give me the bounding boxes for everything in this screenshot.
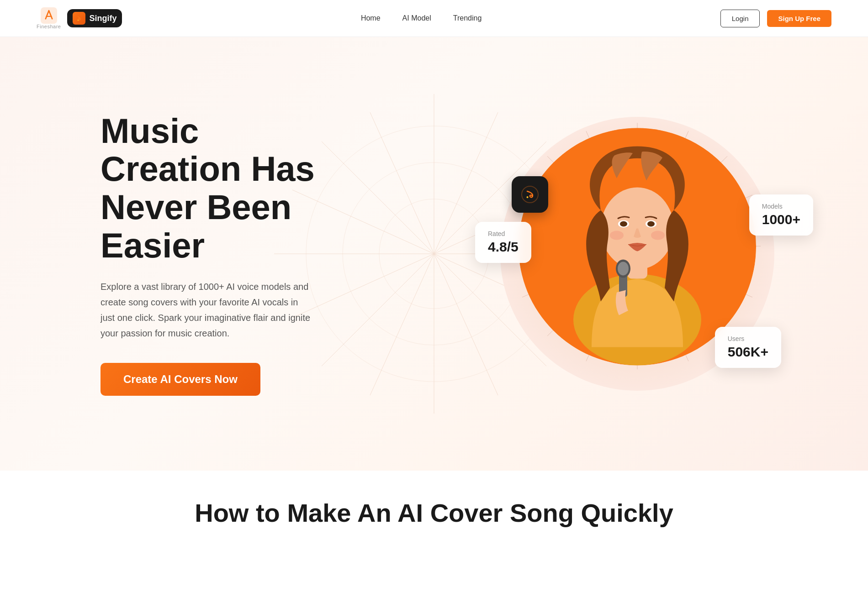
singify-logo-icon [73,12,85,25]
svg-line-9 [322,254,434,366]
hero-right: Rated 4.8/5 Models 1000+ Users 506K+ [489,94,786,414]
fineshare-label: Fineshare [37,24,61,29]
models-value: 1000+ [762,212,800,227]
svg-point-43 [620,221,627,226]
hero-section: Music Creation Has Never Been Easier Exp… [0,37,868,471]
singify-logo: Singify [67,9,122,27]
rated-value: 4.8/5 [488,239,519,255]
models-label: Models [762,203,800,210]
bottom-title: How to Make An AI Cover Song Quickly [0,498,868,528]
nav-ai-model[interactable]: AI Model [402,14,431,22]
floating-singify-icon [512,176,548,213]
nav-trending[interactable]: Trending [453,14,482,22]
svg-line-10 [322,142,434,254]
nav-home[interactable]: Home [361,14,381,22]
svg-point-50 [618,262,629,275]
hero-left: Music Creation Has Never Been Easier Exp… [101,112,338,396]
svg-rect-0 [41,7,57,24]
users-value: 506K+ [728,344,768,360]
svg-point-21 [379,199,489,309]
fineshare-logo: Fineshare [37,7,61,29]
svg-point-2 [78,20,79,21]
bottom-section: How to Make An AI Cover Song Quickly [0,471,868,537]
svg-line-16 [370,112,434,254]
cta-button[interactable]: Create AI Covers Now [101,363,260,396]
svg-point-45 [647,221,655,226]
svg-point-53 [527,196,529,198]
svg-line-13 [434,254,498,395]
users-label: Users [728,335,768,342]
navbar-actions: Login Sign Up Free [720,10,831,27]
login-button[interactable]: Login [720,10,760,27]
navbar-nav: Home AI Model Trending [361,14,482,22]
navbar: Fineshare Singify Home AI Model Trending… [0,0,868,37]
navbar-left: Fineshare Singify [37,7,122,29]
svg-point-46 [610,231,624,240]
hero-title: Music Creation Has Never Been Easier [101,112,338,264]
fineshare-icon [41,7,57,24]
svg-line-18 [370,254,434,395]
rated-label: Rated [488,230,519,237]
stat-card-rated: Rated 4.8/5 [475,222,531,263]
signup-button[interactable]: Sign Up Free [767,10,831,27]
hero-description: Explore a vast library of 1000+ AI voice… [101,279,311,341]
svg-point-47 [651,231,665,240]
stat-card-models: Models 1000+ [749,194,813,236]
singify-name: Singify [89,14,116,23]
stat-card-users: Users 506K+ [715,327,781,368]
